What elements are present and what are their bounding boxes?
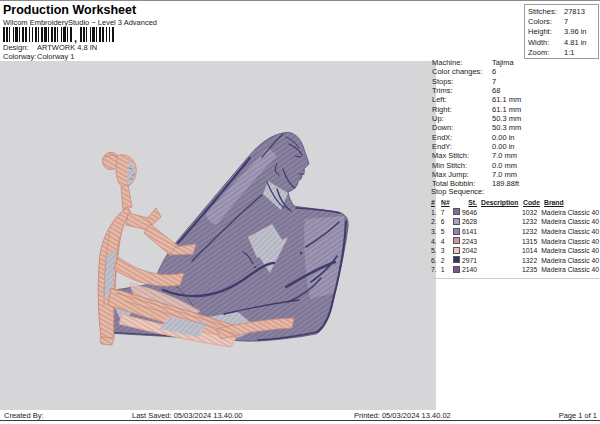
thread-color-swatch (453, 266, 460, 273)
machine-info-row: EndX: 0.00 in (432, 133, 598, 142)
machine-info-row: Trims: 68 (432, 86, 598, 95)
app-subtitle: Wilcom EmbroideryStudio ~ Level 3 Advanc… (3, 18, 157, 27)
thread-brand: Madeira Classic 40 (537, 266, 599, 273)
thread-code: 1315 (521, 238, 537, 245)
machine-info-row: Machine: Tajima (432, 58, 598, 67)
thread-brand: Madeira Classic 40 (537, 218, 599, 225)
machine-info-row: Up: 50.3 mm (432, 114, 598, 123)
stop-sequence-row: 6. 2 2971 1322 Madeira Classic 40 (431, 256, 599, 266)
summary-row: Zoom: 1:1 (528, 48, 598, 58)
machine-info-value: 7.0 mm (492, 151, 517, 160)
machine-info-value: 61.1 mm (492, 95, 521, 104)
machine-info-label: Max Jump: (432, 170, 492, 179)
machine-info-label: Stops: (432, 77, 492, 86)
summary-value: 1:1 (564, 48, 574, 58)
stitch-count: 2140 (462, 266, 476, 273)
machine-info-value: 0.00 in (492, 142, 515, 151)
machine-info-value: 50.3 mm (492, 123, 521, 132)
stop-sequence-title: Stop Sequence: (431, 187, 599, 197)
thread-color-swatch (453, 247, 460, 254)
barcode-bars-icon (80, 27, 114, 42)
needle-num: 2 (441, 257, 454, 264)
seq-num: 3. (431, 228, 441, 235)
machine-info-value: 50.3 mm (492, 114, 521, 123)
machine-info-label: Max Stitch: (432, 151, 492, 160)
barcode-separator: , (74, 34, 77, 42)
design-preview-area (0, 61, 436, 410)
thread-brand: Madeira Classic 40 (537, 247, 599, 254)
thread-color-swatch (453, 237, 460, 244)
machine-info-label: EndY: (432, 142, 492, 151)
machine-info-value: 0.0 mm (492, 161, 517, 170)
stop-sequence-table: # N# St. Description Code Brand 1. 7 964… (431, 198, 599, 279)
design-value: ARTWORK 4,8 IN (37, 43, 97, 52)
col-header-description: Description (477, 199, 523, 206)
thread-code: 1235 (521, 266, 537, 273)
needle-num: 4 (441, 238, 454, 245)
thread-color-swatch (453, 208, 460, 215)
thread-brand: Madeira Classic 40 (537, 228, 599, 235)
seq-num: 6. (431, 257, 441, 264)
machine-info-value: 7.0 mm (492, 170, 517, 179)
machine-info-row: Color changes: 6 (432, 67, 598, 76)
seq-num: 5. (431, 247, 441, 254)
thread-brand: Madeira Classic 40 (537, 209, 599, 216)
needle-num: 7 (441, 209, 454, 216)
machine-info-row: Min Stitch: 0.0 mm (432, 161, 598, 170)
design-barcode: , (3, 27, 114, 42)
footer-created-by: Created By: (4, 411, 44, 420)
thread-code: 1232 (521, 218, 537, 225)
summary-label: Zoom: (528, 48, 564, 58)
stop-sequence-rows: 1. 7 9646 1032 Madeira Classic 40 2. 6 2… (431, 208, 599, 275)
stitch-count: 2971 (462, 257, 476, 264)
summary-label: Colors: (528, 17, 564, 27)
stop-sequence-header-row: # N# St. Description Code Brand (431, 198, 599, 208)
footer-printed: Printed: 05/03/2024 13.40.02 (354, 411, 451, 420)
stitch-count: 9646 (462, 209, 476, 216)
col-header-num: # (431, 199, 441, 206)
summary-row: Width: 4.81 in (528, 38, 598, 48)
stop-sequence-row: 3. 5 6141 1232 Madeira Classic 40 (431, 227, 599, 237)
machine-info-panel: Machine: Tajima Color changes: 6 Stops: … (432, 58, 598, 189)
thread-code: 1322 (521, 257, 537, 264)
production-worksheet-page: Production Worksheet Wilcom EmbroiderySt… (0, 0, 600, 424)
machine-info-value: 0.00 in (492, 133, 515, 142)
machine-info-value: 7 (492, 77, 496, 86)
thread-code: 1032 (521, 209, 537, 216)
thread-code: 1014 (521, 247, 537, 254)
thread-code: 1232 (521, 228, 537, 235)
footer-page-number: Page 1 of 1 (559, 411, 597, 420)
machine-info-value: 61.1 mm (492, 105, 521, 114)
machine-info-row: Down: 50.3 mm (432, 123, 598, 132)
needle-num: 3 (441, 247, 454, 254)
seq-num: 1. (431, 209, 441, 216)
barcode-bars-icon (3, 27, 73, 42)
summary-label: Width: (528, 38, 564, 48)
machine-info-label: Up: (432, 114, 492, 123)
machine-info-row: EndY: 0.00 in (432, 142, 598, 151)
summary-row: Height: 3.96 in (528, 27, 598, 37)
thread-color-swatch (453, 256, 460, 263)
footer-last-saved: Last Saved: 05/03/2024 13.40.00 (132, 411, 243, 420)
summary-value: 4.81 in (564, 38, 587, 48)
col-header-code: Code (523, 199, 540, 206)
summary-value: 27813 (564, 7, 585, 17)
thread-color-swatch (453, 228, 460, 235)
page-title: Production Worksheet (3, 3, 136, 17)
needle-num: 1 (441, 266, 454, 273)
summary-label: Stitches: (528, 7, 564, 17)
summary-value: 3.96 in (564, 27, 587, 37)
machine-info-value: Tajima (492, 58, 514, 67)
stop-sequence-row: 4. 4 2243 1315 Madeira Classic 40 (431, 236, 599, 246)
stitch-count: 2628 (462, 218, 476, 225)
col-header-brand: Brand (540, 199, 599, 206)
machine-info-value: 6 (492, 67, 496, 76)
machine-info-row: Max Jump: 7.0 mm (432, 170, 598, 179)
seq-num: 2. (431, 218, 441, 225)
machine-info-value: 68 (492, 86, 500, 95)
design-row: Design: ARTWORK 4,8 IN (3, 43, 97, 52)
machine-info-row: Stops: 7 (432, 77, 598, 86)
machine-info-label: Min Stitch: (432, 161, 492, 170)
seq-num: 7. (431, 266, 441, 273)
design-label: Design: (3, 43, 37, 52)
